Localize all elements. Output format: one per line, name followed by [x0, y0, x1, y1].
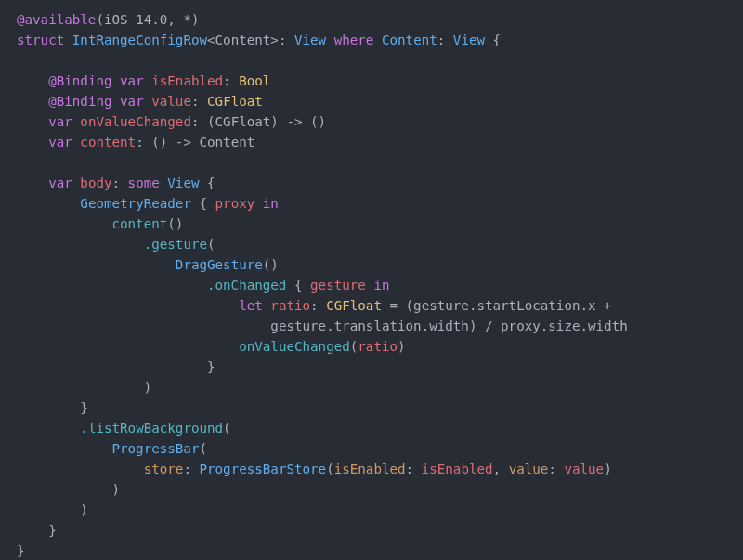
listrowbackground: .listRowBackground [80, 421, 223, 436]
availability-args: (iOS 14.0, *) [96, 12, 199, 27]
on-changed: .onChanged [207, 278, 286, 293]
progressbar: ProgressBar [112, 441, 200, 456]
body-name: body [80, 176, 111, 190]
expr-rhs-1: (gesture.startLocation.x + [406, 298, 612, 313]
geometry-reader: GeometryReader [80, 196, 191, 211]
prop2-type: (CGFloat) -> () [207, 114, 326, 129]
expr-rhs-2: gesture.translation.width) / proxy.size.… [270, 319, 627, 333]
generic: <Content> [207, 33, 279, 47]
struct-name: IntRangeConfigRow [72, 33, 207, 47]
drag-gesture: DragGesture [176, 257, 263, 272]
prop1-wrapper: @Binding [48, 94, 111, 109]
attribute: @available [17, 12, 96, 27]
prop3-name: content [80, 135, 136, 150]
content-call: content [112, 216, 168, 231]
prop0-type: Bool [239, 73, 270, 88]
prop0-name: isEnabled [151, 73, 223, 88]
prop1-name: value [151, 94, 191, 109]
prop0-wrapper: @Binding [48, 73, 111, 88]
progressbarstore: ProgressBarStore [199, 462, 326, 476]
prop1-type: CGFloat [207, 94, 263, 109]
struct-kw: struct [17, 33, 64, 47]
prop3-type: () -> Content [151, 135, 254, 150]
gesture-modifier: .gesture [144, 237, 207, 252]
conforms-type: View [294, 33, 326, 47]
code-block: @available(iOS 14.0, *) struct IntRangeC… [0, 0, 743, 560]
prop2-name: onValueChanged [80, 114, 191, 129]
onvaluechanged-call: onValueChanged [239, 339, 350, 354]
